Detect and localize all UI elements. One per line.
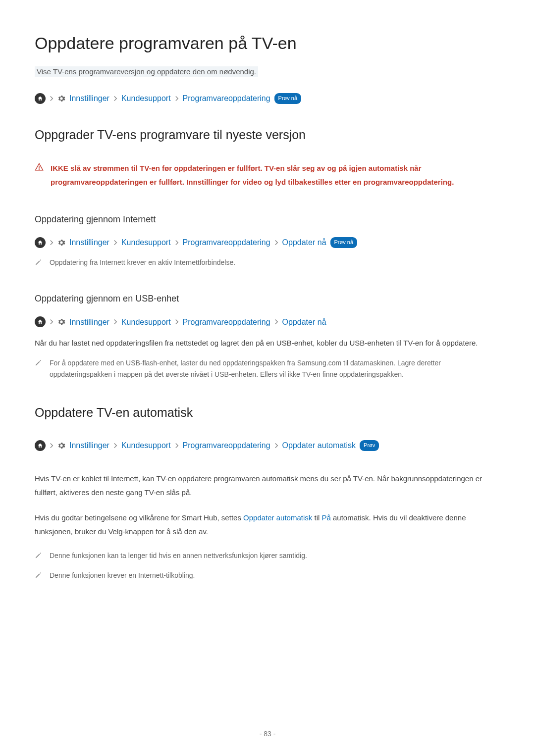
- gear-icon: [57, 95, 65, 102]
- pencil-icon: [35, 571, 42, 583]
- chevron-right-icon: [50, 96, 54, 101]
- home-icon: [35, 316, 46, 327]
- note-row: Denne funksjonen kan ta lenger tid hvis …: [35, 550, 500, 563]
- chevron-right-icon: [50, 319, 54, 325]
- chevron-right-icon: [175, 319, 179, 325]
- note-row: For å oppdatere med en USB-flash-enhet, …: [35, 357, 500, 381]
- crumb-settings[interactable]: Innstillinger: [69, 92, 109, 105]
- pencil-icon: [35, 258, 42, 270]
- svg-point-1: [39, 168, 39, 169]
- body-text: Hvis TV-en er koblet til Internett, kan …: [35, 472, 500, 500]
- gear-icon: [57, 318, 65, 326]
- gear-icon: [57, 442, 65, 450]
- note-text: Denne funksjonen kan ta lenger tid hvis …: [50, 550, 307, 563]
- chevron-right-icon: [113, 240, 117, 246]
- crumb-auto-update[interactable]: Oppdater automatisk: [282, 439, 356, 452]
- gear-icon: [57, 239, 65, 247]
- chevron-right-icon: [113, 96, 117, 101]
- try-now-badge[interactable]: Prøv nå: [274, 93, 302, 104]
- body-text: Når du har lastet ned oppdateringsfilen …: [35, 336, 500, 351]
- try-badge[interactable]: Prøv: [360, 440, 379, 451]
- page-number: - 83 -: [0, 728, 535, 739]
- breadcrumb: Innstillinger Kundesupport Programvareop…: [35, 316, 500, 329]
- chevron-right-icon: [113, 319, 117, 325]
- inline-link[interactable]: Oppdater automatisk: [243, 513, 312, 522]
- pencil-icon: [35, 358, 42, 381]
- chevron-right-icon: [274, 443, 278, 449]
- page-title: Oppdatere programvaren på TV-en: [35, 30, 500, 56]
- note-text: For å oppdatere med en USB-flash-enhet, …: [50, 357, 500, 381]
- home-icon: [35, 440, 46, 451]
- crumb-support[interactable]: Kundesupport: [121, 316, 171, 329]
- home-icon: [35, 93, 46, 104]
- breadcrumb: Innstillinger Kundesupport Programvareop…: [35, 236, 500, 249]
- crumb-settings[interactable]: Innstillinger: [69, 439, 109, 452]
- text-fragment: til: [312, 513, 321, 522]
- note-text: Oppdatering fra Internett krever en akti…: [50, 257, 235, 270]
- pencil-icon: [35, 551, 42, 563]
- chevron-right-icon: [175, 240, 179, 246]
- note-row: Denne funksjonen krever en Internett-til…: [35, 570, 500, 583]
- crumb-update-now[interactable]: Oppdater nå: [282, 316, 326, 329]
- breadcrumb: Innstillinger Kundesupport Programvareop…: [35, 439, 500, 452]
- warning-icon: [35, 162, 44, 190]
- section-heading: Oppdatere TV-en automatisk: [35, 403, 500, 422]
- crumb-settings[interactable]: Innstillinger: [69, 316, 109, 329]
- chevron-right-icon: [274, 319, 278, 325]
- crumb-swupdate[interactable]: Programvareoppdatering: [183, 92, 270, 105]
- chevron-right-icon: [175, 443, 179, 449]
- body-text: Hvis du godtar betingelsene og vilkårene…: [35, 511, 500, 539]
- crumb-swupdate[interactable]: Programvareoppdatering: [183, 316, 270, 329]
- chevron-right-icon: [50, 443, 54, 449]
- chevron-right-icon: [50, 240, 54, 246]
- crumb-update-now[interactable]: Oppdater nå: [282, 236, 326, 249]
- crumb-settings[interactable]: Innstillinger: [69, 236, 109, 249]
- chevron-right-icon: [175, 96, 179, 101]
- try-now-badge[interactable]: Prøv nå: [330, 237, 358, 248]
- crumb-swupdate[interactable]: Programvareoppdatering: [183, 236, 270, 249]
- inline-link[interactable]: På: [321, 513, 330, 522]
- home-icon: [35, 237, 46, 248]
- crumb-swupdate[interactable]: Programvareoppdatering: [183, 439, 270, 452]
- note-row: Oppdatering fra Internett krever en akti…: [35, 257, 500, 270]
- subsection-heading: Oppdatering gjennom en USB-enhet: [35, 292, 500, 306]
- page-subtitle: Vise TV-ens programvareversjon og oppdat…: [35, 66, 258, 77]
- breadcrumb: Innstillinger Kundesupport Programvareop…: [35, 92, 500, 105]
- section-heading: Oppgrader TV-ens programvare til nyeste …: [35, 125, 500, 145]
- chevron-right-icon: [113, 443, 117, 449]
- crumb-support[interactable]: Kundesupport: [121, 92, 171, 105]
- text-fragment: Hvis du godtar betingelsene og vilkårene…: [35, 513, 243, 522]
- chevron-right-icon: [274, 240, 278, 246]
- subsection-heading: Oppdatering gjennom Internett: [35, 212, 500, 227]
- warning-block: IKKE slå av strømmen til TV-en før oppda…: [35, 161, 500, 190]
- warning-text: IKKE slå av strømmen til TV-en før oppda…: [51, 161, 500, 190]
- crumb-support[interactable]: Kundesupport: [121, 236, 171, 249]
- note-text: Denne funksjonen krever en Internett-til…: [50, 570, 195, 583]
- crumb-support[interactable]: Kundesupport: [121, 439, 171, 452]
